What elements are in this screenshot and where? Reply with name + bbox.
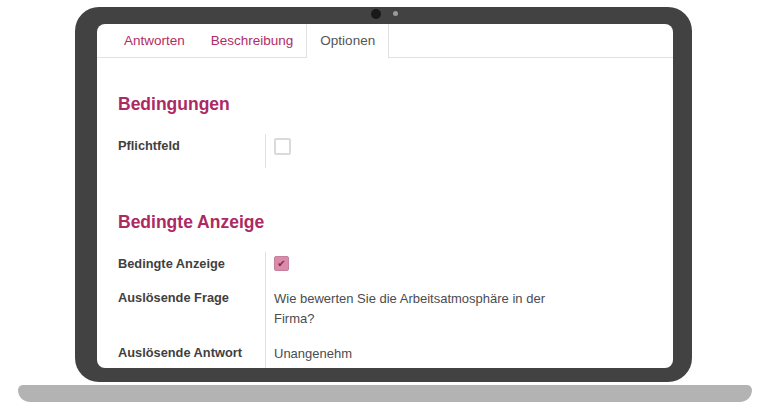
field-table: Bedingte Anzeige ✔ Auslösende Frage Wie … — [118, 252, 649, 368]
field-table: Pflichtfeld — [118, 134, 649, 168]
checkmark-icon: ✔ — [277, 258, 285, 269]
field-value-bedingte-anzeige: ✔ — [265, 252, 565, 286]
section-bedingungen: Bedingungen Pflichtfeld — [118, 94, 649, 168]
field-label-ausloesende-antwort: Auslösende Antwort — [118, 341, 265, 368]
bedingte-anzeige-checkbox[interactable]: ✔ — [274, 256, 289, 271]
field-label-ausloesende-frage: Auslösende Frage — [118, 286, 265, 340]
laptop-bezel: Antworten Beschreibung Optionen Bedingun… — [75, 7, 692, 382]
tab-bar: Antworten Beschreibung Optionen — [97, 24, 673, 58]
section-bedingte-anzeige: Bedingte Anzeige Bedingte Anzeige ✔ Ausl… — [118, 212, 649, 368]
section-title-bedingungen: Bedingungen — [118, 94, 649, 115]
camera-dot-small-icon — [393, 11, 398, 16]
field-value-ausloesende-antwort[interactable]: Unangenehm — [265, 341, 565, 368]
options-panel: Bedingungen Pflichtfeld Bedingte Anzeige… — [97, 58, 673, 368]
tab-antworten[interactable]: Antworten — [111, 24, 198, 57]
field-label-pflichtfeld: Pflichtfeld — [118, 134, 265, 168]
pflichtfeld-checkbox[interactable] — [274, 138, 291, 155]
laptop-base — [18, 385, 752, 402]
section-title-bedingte-anzeige: Bedingte Anzeige — [118, 212, 649, 233]
screen: Antworten Beschreibung Optionen Bedingun… — [97, 24, 673, 368]
field-label-bedingte-anzeige: Bedingte Anzeige — [118, 252, 265, 286]
tab-optionen[interactable]: Optionen — [306, 24, 389, 57]
field-value-pflichtfeld — [265, 134, 565, 168]
page: Antworten Beschreibung Optionen Bedingun… — [0, 0, 770, 404]
camera-dot-icon — [371, 9, 381, 19]
field-value-ausloesende-frage[interactable]: Wie bewerten Sie die Arbeitsatmosphäre i… — [265, 286, 565, 340]
tab-beschreibung[interactable]: Beschreibung — [198, 24, 307, 57]
